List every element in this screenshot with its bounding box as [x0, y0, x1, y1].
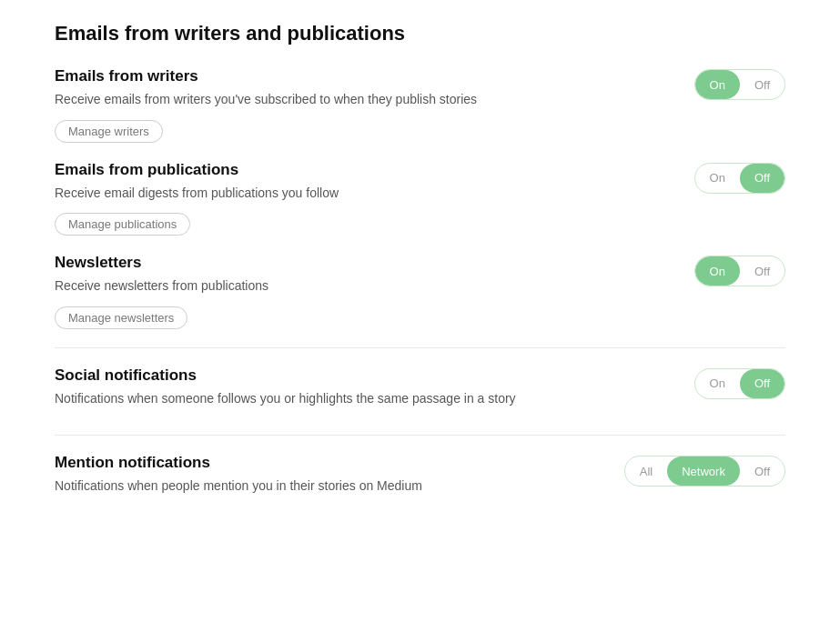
- writers-toggle-off[interactable]: Off: [740, 70, 784, 99]
- manage-newsletters-button[interactable]: Manage newsletters: [55, 306, 187, 329]
- mention-notifications-content: Mention notifications Notifications when…: [55, 454, 624, 505]
- mention-notifications-row: Mention notifications Notifications when…: [55, 454, 785, 505]
- newsletters-row: Newsletters Receive newsletters from pub…: [55, 254, 785, 329]
- mention-toggle-network[interactable]: Network: [667, 456, 740, 486]
- emails-from-writers-content: Emails from writers Receive emails from …: [55, 67, 694, 143]
- emails-from-publications-label: Emails from publications: [55, 161, 658, 179]
- newsletters-label: Newsletters: [55, 254, 658, 272]
- social-notifications-toggle: On Off: [694, 368, 785, 399]
- writers-toggle-on[interactable]: On: [695, 70, 740, 99]
- emails-from-writers-toggle: On Off: [694, 69, 785, 100]
- social-notifications-description: Notifications when someone follows you o…: [55, 390, 658, 408]
- page-container: Emails from writers and publications Ema…: [0, 0, 840, 537]
- social-notifications-content: Social notifications Notifications when …: [55, 366, 694, 417]
- emails-from-publications-toggle: On Off: [694, 163, 785, 194]
- section-title: Emails from writers and publications: [55, 15, 785, 45]
- emails-from-writers-row: Emails from writers Receive emails from …: [55, 67, 785, 143]
- mention-notifications-section: Mention notifications Notifications when…: [55, 454, 785, 505]
- manage-publications-button[interactable]: Manage publications: [55, 213, 190, 236]
- divider-2: [55, 435, 785, 436]
- newsletters-section: Newsletters Receive newsletters from pub…: [55, 254, 785, 329]
- social-toggle-off[interactable]: Off: [740, 369, 784, 398]
- publications-toggle-off[interactable]: Off: [740, 164, 784, 193]
- emails-from-publications-section: Emails from publications Receive email d…: [55, 161, 785, 236]
- newsletters-description: Receive newsletters from publications: [55, 277, 658, 296]
- newsletters-content: Newsletters Receive newsletters from pub…: [55, 254, 694, 329]
- social-notifications-row: Social notifications Notifications when …: [55, 366, 785, 417]
- emails-from-writers-section: Emails from writers Receive emails from …: [55, 67, 785, 143]
- manage-writers-button[interactable]: Manage writers: [55, 120, 163, 143]
- social-toggle-on[interactable]: On: [695, 369, 740, 398]
- social-notifications-label: Social notifications: [55, 366, 658, 385]
- divider-1: [55, 347, 785, 348]
- mention-toggle-off[interactable]: Off: [740, 456, 784, 486]
- mention-notifications-label: Mention notifications: [55, 454, 588, 472]
- emails-from-writers-label: Emails from writers: [55, 67, 658, 85]
- emails-from-publications-row: Emails from publications Receive email d…: [55, 161, 785, 236]
- mention-notifications-toggle: All Network Off: [624, 456, 785, 487]
- emails-from-publications-description: Receive email digests from publications …: [55, 185, 658, 203]
- publications-toggle-on[interactable]: On: [695, 164, 740, 193]
- newsletters-toggle-on[interactable]: On: [695, 256, 740, 286]
- emails-from-publications-content: Emails from publications Receive email d…: [55, 161, 694, 236]
- mention-notifications-description: Notifications when people mention you in…: [55, 477, 588, 496]
- emails-from-writers-description: Receive emails from writers you've subsc…: [55, 91, 658, 109]
- social-notifications-section: Social notifications Notifications when …: [55, 366, 785, 417]
- newsletters-toggle: On Off: [694, 256, 785, 286]
- newsletters-toggle-off[interactable]: Off: [740, 256, 784, 286]
- mention-toggle-all[interactable]: All: [625, 456, 667, 486]
